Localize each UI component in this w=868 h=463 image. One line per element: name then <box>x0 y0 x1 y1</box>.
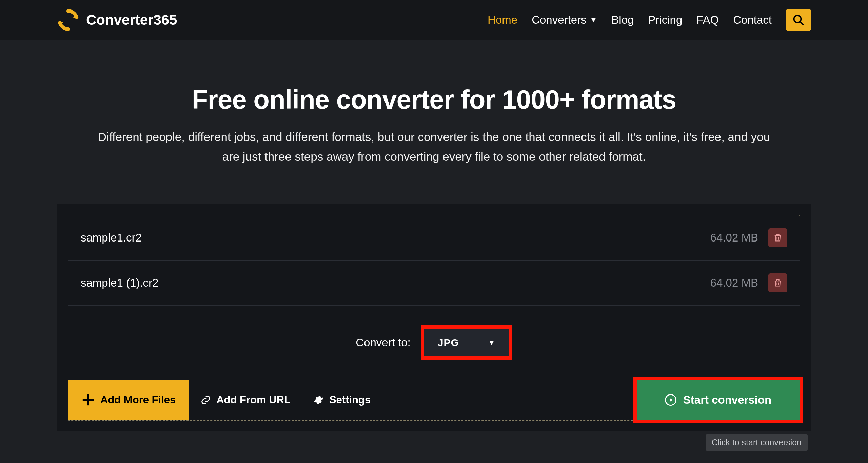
svg-line-3 <box>800 21 803 24</box>
start-label: Start conversion <box>683 393 771 406</box>
play-circle-icon <box>665 394 676 406</box>
convert-to-row: Convert to: JPG ▼ <box>68 306 800 380</box>
add-more-label: Add More Files <box>100 394 176 406</box>
actions-row: Add More Files Add From URL Settings <box>68 380 800 420</box>
trash-icon <box>773 278 783 288</box>
convert-to-label: Convert to: <box>356 336 410 349</box>
page-title: Free online converter for 1000+ formats <box>88 84 780 115</box>
search-button[interactable] <box>786 9 811 31</box>
nav-faq[interactable]: FAQ <box>696 14 719 26</box>
add-url-label: Add From URL <box>216 394 291 406</box>
file-size: 64.02 MB <box>710 231 758 244</box>
header: Converter365 Home Converters ▼ Blog Pric… <box>0 0 868 40</box>
settings-label: Settings <box>329 394 371 406</box>
format-value: JPG <box>438 337 459 348</box>
nav-converters[interactable]: Converters ▼ <box>532 14 597 26</box>
file-row: sample1 (1).cr2 64.02 MB <box>68 261 800 306</box>
svg-marker-7 <box>670 398 673 402</box>
file-name: sample1.cr2 <box>81 231 710 244</box>
hero: Free online converter for 1000+ formats … <box>0 40 868 167</box>
chevron-down-icon: ▼ <box>488 338 495 347</box>
logo-text: Converter365 <box>86 12 177 28</box>
delete-file-button[interactable] <box>768 228 787 247</box>
plus-icon <box>82 394 94 406</box>
gear-icon <box>314 395 324 405</box>
file-row: sample1.cr2 64.02 MB <box>68 215 800 261</box>
nav-converters-label: Converters <box>532 14 586 26</box>
logo-icon <box>57 9 79 31</box>
nav-contact[interactable]: Contact <box>733 14 772 26</box>
format-select[interactable]: JPG ▼ <box>421 325 512 360</box>
main-nav: Home Converters ▼ Blog Pricing FAQ Conta… <box>488 9 811 31</box>
logo[interactable]: Converter365 <box>57 9 177 31</box>
search-icon <box>792 14 805 26</box>
add-more-files-button[interactable]: Add More Files <box>68 380 189 420</box>
drop-zone[interactable]: sample1.cr2 64.02 MB sample1 (1).cr2 64.… <box>68 215 800 421</box>
start-conversion-button[interactable]: Start conversion <box>637 380 800 420</box>
file-size: 64.02 MB <box>710 276 758 289</box>
delete-file-button[interactable] <box>768 273 787 292</box>
converter-panel: sample1.cr2 64.02 MB sample1 (1).cr2 64.… <box>57 204 811 431</box>
add-from-url-button[interactable]: Add From URL <box>189 394 302 406</box>
file-name: sample1 (1).cr2 <box>81 276 710 289</box>
start-button-highlight: Start conversion <box>633 377 803 423</box>
tooltip: Click to start conversion <box>706 434 808 451</box>
link-icon <box>201 395 211 405</box>
nav-home[interactable]: Home <box>488 14 517 26</box>
chevron-down-icon: ▼ <box>590 16 597 24</box>
trash-icon <box>773 233 783 243</box>
nav-blog[interactable]: Blog <box>611 14 634 26</box>
page-subtitle: Different people, different jobs, and di… <box>88 127 780 167</box>
nav-pricing[interactable]: Pricing <box>648 14 682 26</box>
settings-button[interactable]: Settings <box>302 394 382 406</box>
